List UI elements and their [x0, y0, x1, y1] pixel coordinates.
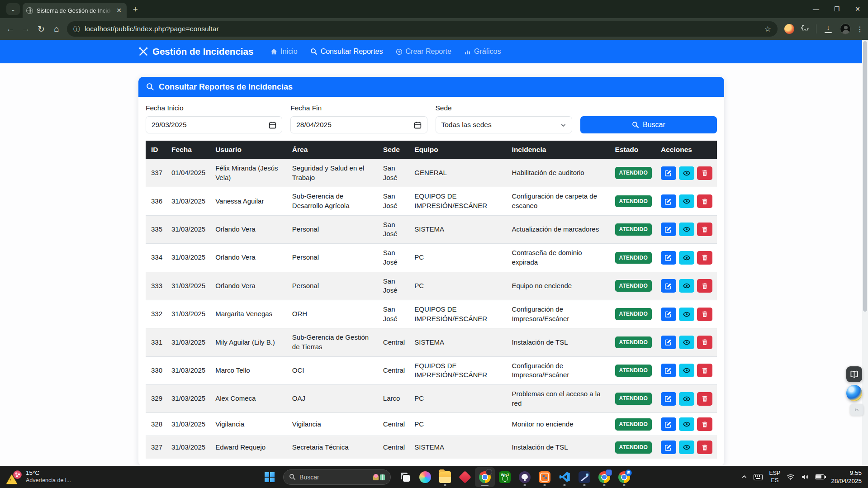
delete-button[interactable]	[697, 417, 712, 431]
fecha-inicio-input[interactable]: 29/03/2025	[146, 116, 282, 133]
address-bar[interactable]: ⓘ localhost/public/index.php?page=consul…	[67, 21, 778, 37]
edit-button[interactable]	[661, 194, 676, 208]
edit-button[interactable]	[661, 308, 676, 321]
reading-list-button[interactable]	[846, 366, 862, 382]
home-button[interactable]: ⌂	[49, 21, 64, 37]
delete-button[interactable]	[697, 308, 712, 321]
fecha-fin-input[interactable]: 28/04/2025	[290, 116, 427, 133]
battery-icon[interactable]	[815, 474, 825, 479]
delete-button[interactable]	[697, 279, 712, 293]
scrollbar-thumb[interactable]	[863, 41, 867, 312]
language-indicator[interactable]: ESP ES	[769, 470, 780, 484]
trash-icon	[702, 254, 708, 261]
window-maximize-button[interactable]: ❐	[826, 0, 847, 18]
chrome-edge-profile-button[interactable]: E	[614, 467, 634, 487]
nav-item-crear-reporte[interactable]: Crear Reporte	[396, 47, 451, 56]
sede-select[interactable]: Todas las sedes	[436, 116, 572, 133]
edit-button[interactable]	[661, 392, 676, 406]
view-button[interactable]	[679, 417, 694, 431]
cell-sede: Central	[379, 436, 410, 459]
chrome-profile-button[interactable]	[594, 467, 614, 487]
delete-button[interactable]	[697, 194, 712, 208]
extensions-puzzle-icon[interactable]	[801, 24, 809, 34]
browser-tab[interactable]: Sistema de Gestión de Incidenc ✕	[23, 3, 127, 18]
taskbar-search-box[interactable]: Buscar	[283, 469, 391, 485]
brand[interactable]: Gestión de Incidencias	[138, 46, 253, 57]
status-badge: ATENDIDO	[615, 252, 652, 264]
file-explorer-button[interactable]	[435, 467, 455, 487]
column-header: Usuario	[211, 141, 288, 159]
edit-button[interactable]	[661, 336, 676, 349]
diamond-app-button[interactable]	[455, 467, 475, 487]
delete-button[interactable]	[697, 441, 712, 454]
delete-button[interactable]	[697, 166, 712, 180]
delete-button[interactable]	[697, 336, 712, 349]
view-button[interactable]	[679, 194, 694, 208]
xampp-button[interactable]	[535, 467, 555, 487]
ai-assistant-button[interactable]	[846, 385, 862, 401]
task-view-icon	[400, 472, 411, 483]
page-scrollbar[interactable]	[862, 40, 868, 488]
copilot-button[interactable]	[415, 467, 435, 487]
edit-button[interactable]	[661, 166, 676, 180]
cell-usuario: Margarita Venegas	[211, 300, 288, 328]
brand-label: Gestión de Incidencias	[152, 46, 253, 57]
delete-button[interactable]	[697, 364, 712, 377]
touch-keyboard-icon[interactable]	[754, 474, 763, 480]
edit-button[interactable]	[661, 251, 676, 265]
extension-avatar-icon[interactable]	[784, 24, 794, 34]
drawing-app-button[interactable]	[574, 467, 594, 487]
view-button[interactable]	[679, 336, 694, 349]
browser-menu-icon[interactable]: ⋮	[856, 25, 863, 33]
edit-button[interactable]	[661, 223, 676, 236]
bookmark-star-icon[interactable]: ☆	[764, 24, 771, 34]
xbox-game-button[interactable]: WoJ	[495, 467, 515, 487]
chrome-button[interactable]	[475, 467, 495, 487]
cell-equipo: PC	[410, 385, 507, 413]
tab-search-button[interactable]: ⌄	[6, 3, 20, 15]
new-tab-button[interactable]: ＋	[131, 4, 139, 14]
status-badge: ATENDIDO	[615, 441, 652, 454]
nav-item-graficos[interactable]: Gráficos	[464, 47, 501, 56]
buscar-button[interactable]: Buscar	[580, 116, 717, 133]
edit-button[interactable]	[661, 417, 676, 431]
delete-button[interactable]	[697, 251, 712, 265]
view-button[interactable]	[679, 392, 694, 406]
site-info-icon[interactable]: ⓘ	[73, 25, 80, 33]
github-desktop-button[interactable]	[515, 467, 535, 487]
tab-close-icon[interactable]: ✕	[115, 7, 123, 14]
nav-item-inicio[interactable]: Inicio	[270, 47, 297, 56]
view-button[interactable]	[679, 166, 694, 180]
edit-button[interactable]	[661, 441, 676, 454]
view-button[interactable]	[679, 251, 694, 265]
tray-chevron-up-icon[interactable]	[741, 474, 747, 480]
window-close-button[interactable]: ✕	[847, 0, 868, 18]
volume-icon[interactable]	[801, 474, 809, 480]
edit-button[interactable]	[661, 279, 676, 293]
clock[interactable]: 9:55 28/04/2025	[831, 469, 862, 485]
profile-avatar[interactable]	[840, 24, 851, 34]
start-button[interactable]	[261, 468, 279, 486]
view-button[interactable]	[679, 441, 694, 454]
vscode-button[interactable]	[555, 467, 574, 487]
delete-button[interactable]	[697, 392, 712, 406]
forward-button[interactable]: →	[18, 21, 33, 37]
view-button[interactable]	[679, 364, 694, 377]
wifi-icon[interactable]	[787, 474, 795, 480]
window-minimize-button[interactable]: —	[806, 0, 826, 18]
cell-id: 336	[146, 187, 167, 215]
view-button[interactable]	[679, 223, 694, 236]
task-view-button[interactable]	[395, 467, 415, 487]
edit-button[interactable]	[661, 364, 676, 377]
diamond-app-icon	[459, 470, 471, 483]
hidden-extension-button[interactable]: ✂	[850, 404, 863, 416]
view-button[interactable]	[679, 308, 694, 321]
chrome-icon	[479, 471, 491, 483]
weather-widget[interactable]: 15°C Advertencia de l...	[0, 469, 77, 484]
view-button[interactable]	[679, 279, 694, 293]
delete-button[interactable]	[697, 223, 712, 236]
back-button[interactable]: ←	[3, 21, 18, 37]
downloads-icon[interactable]: ↓	[824, 25, 832, 33]
nav-item-consultar-reportes[interactable]: Consultar Reportes	[310, 47, 383, 56]
reload-button[interactable]: ↻	[33, 21, 49, 37]
